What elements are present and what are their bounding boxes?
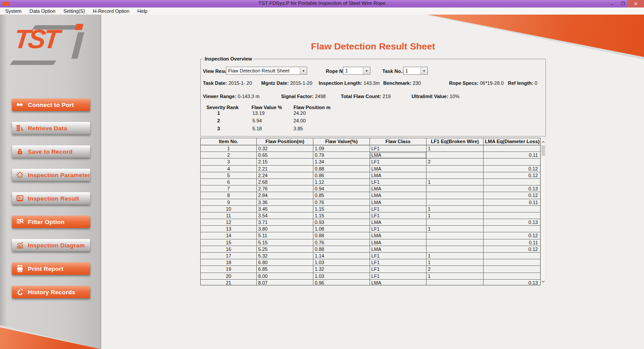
menu-help[interactable]: Help (133, 8, 152, 15)
table-cell[interactable]: LF1 (370, 145, 427, 152)
table-cell[interactable]: 0.94 (313, 186, 370, 192)
scroll-down-icon[interactable] (541, 279, 545, 284)
table-cell[interactable]: 19 (201, 266, 257, 273)
table-cell[interactable]: 15 (201, 239, 257, 246)
table-cell[interactable]: 2 (427, 159, 484, 165)
table-cell[interactable] (484, 226, 540, 232)
table-cell[interactable]: 2.24 (257, 172, 313, 179)
table-cell[interactable] (427, 172, 484, 179)
table-cell[interactable]: 2 (427, 266, 484, 273)
sidebar-button-inspection-diagram[interactable]: Inspection Diagram (12, 239, 90, 251)
sidebar-button-connect-to-port[interactable]: Connect to Port (12, 99, 90, 111)
table-cell[interactable]: 0.65 (257, 152, 313, 159)
table-cell[interactable]: 8 (201, 192, 257, 199)
table-cell[interactable] (484, 206, 540, 212)
table-cell[interactable]: 6.80 (257, 259, 313, 266)
table-cell[interactable] (427, 246, 484, 253)
restore-button[interactable]: ❐ (618, 0, 628, 8)
close-button[interactable]: ✕ (628, 0, 644, 8)
table-cell[interactable]: LF1 (370, 226, 427, 232)
table-cell[interactable]: LMA (370, 219, 427, 226)
table-cell[interactable]: 0.11 (484, 239, 540, 246)
table-cell[interactable]: 1.32 (313, 266, 370, 273)
table-cell[interactable]: 7 (201, 186, 257, 192)
table-cell[interactable]: 3 (201, 159, 257, 165)
table-cell[interactable]: 0.12 (484, 246, 540, 253)
table-cell[interactable]: 5.15 (257, 239, 313, 246)
table-cell[interactable]: LMA (370, 166, 427, 172)
sidebar-button-inspection-result[interactable]: Inspection Result (12, 192, 90, 205)
table-cell[interactable]: 0.13 (484, 219, 540, 226)
table-cell[interactable]: 0.12 (484, 232, 540, 239)
table-cell[interactable]: LMA (370, 199, 427, 206)
table-cell[interactable]: LMA (370, 186, 427, 192)
table-cell[interactable] (427, 239, 484, 246)
table-cell[interactable]: 0.12 (484, 172, 540, 179)
table-cell[interactable]: 0.88 (313, 246, 370, 253)
table-cell[interactable]: LF1 (370, 206, 427, 212)
menu-setting-s[interactable]: Setting(S) (59, 8, 89, 15)
table-cell[interactable]: 5.32 (257, 253, 313, 259)
table-cell[interactable]: 0.11 (484, 152, 540, 159)
table-cell[interactable]: 0.76 (313, 199, 370, 206)
table-cell[interactable]: 0.12 (484, 166, 540, 172)
table-scrollbar[interactable] (541, 138, 546, 285)
table-cell[interactable]: 4 (201, 166, 257, 172)
sidebar-button-history-records[interactable]: History Records (12, 286, 90, 298)
table-cell[interactable]: 1.14 (313, 253, 370, 259)
table-cell[interactable]: 8.07 (257, 280, 313, 285)
table-cell[interactable]: 2 (201, 152, 257, 159)
table-cell[interactable]: 0.88 (313, 166, 370, 172)
table-cell[interactable]: 1 (427, 179, 484, 186)
table-cell[interactable]: 0.32 (257, 145, 313, 152)
table-cell[interactable]: 17 (201, 253, 257, 259)
table-cell[interactable]: 0.11 (484, 199, 540, 206)
table-cell[interactable]: 1.15 (313, 206, 370, 212)
table-cell[interactable]: 0.86 (313, 172, 370, 179)
table-cell[interactable]: 2.21 (257, 166, 313, 172)
table-cell[interactable]: LMA (370, 152, 427, 159)
sidebar-button-filter-option[interactable]: Filter Option (12, 216, 90, 228)
table-cell[interactable]: 1 (427, 145, 484, 152)
table-cell[interactable]: 1.08 (313, 226, 370, 232)
table-cell[interactable] (484, 179, 540, 186)
table-cell[interactable]: 5 (201, 172, 257, 179)
table-cell[interactable]: 5.11 (257, 232, 313, 239)
table-cell[interactable]: 1 (427, 259, 484, 266)
table-cell[interactable]: LF1 (370, 212, 427, 219)
table-cell[interactable]: 0.93 (313, 219, 370, 226)
table-cell[interactable]: LMA (370, 232, 427, 239)
table-cell[interactable]: 10 (201, 206, 257, 212)
table-cell[interactable]: LMA (370, 280, 427, 285)
table-cell[interactable] (484, 273, 540, 280)
table-cell[interactable] (484, 259, 540, 266)
table-cell[interactable] (427, 219, 484, 226)
table-cell[interactable]: LF1 (370, 179, 427, 186)
table-cell[interactable]: 1 (427, 273, 484, 280)
table-cell[interactable]: 0.79 (313, 152, 370, 159)
table-cell[interactable]: 1.03 (313, 273, 370, 280)
table-cell[interactable]: 8.00 (257, 273, 313, 280)
table-cell[interactable]: 14 (201, 232, 257, 239)
table-cell[interactable] (484, 266, 540, 273)
table-cell[interactable]: 3.45 (257, 206, 313, 212)
sidebar-button-print-report[interactable]: Print Report (12, 262, 90, 275)
table-cell[interactable] (484, 145, 540, 152)
table-cell[interactable]: 1 (427, 206, 484, 212)
table-cell[interactable]: 2.15 (257, 159, 313, 165)
table-cell[interactable]: 1 (201, 145, 257, 152)
table-cell[interactable]: 2.76 (257, 186, 313, 192)
table-cell[interactable]: 20 (201, 273, 257, 280)
table-cell[interactable] (427, 152, 484, 159)
table-cell[interactable]: 21 (201, 280, 257, 285)
table-cell[interactable]: 3.71 (257, 219, 313, 226)
table-cell[interactable]: 1.12 (313, 179, 370, 186)
table-cell[interactable]: 0.13 (484, 280, 540, 285)
table-cell[interactable]: 1.34 (313, 159, 370, 165)
table-cell[interactable] (427, 199, 484, 206)
table-cell[interactable]: LF1 (370, 273, 427, 280)
table-cell[interactable]: 3.36 (257, 199, 313, 206)
table-cell[interactable]: 1 (427, 226, 484, 232)
table-cell[interactable]: 0.76 (313, 239, 370, 246)
table-cell[interactable]: LF1 (370, 266, 427, 273)
